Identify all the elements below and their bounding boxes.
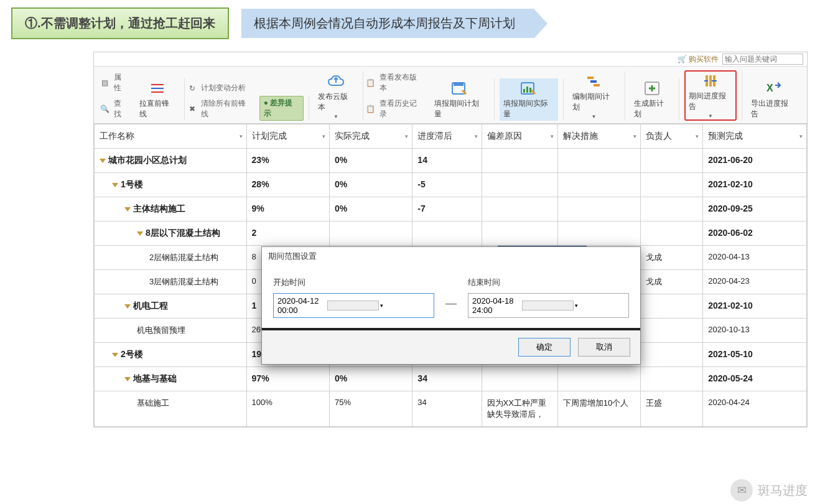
end-time-input[interactable]: 2020-04-18 24:00 ▾ bbox=[468, 293, 629, 318]
plan-change-analysis-button[interactable]: ↻计划变动分析 bbox=[187, 82, 252, 95]
table-row[interactable]: 1号楼28%0%-52021-02-10 bbox=[95, 173, 807, 197]
clear-frontlines-button[interactable]: ✖清除所有前锋线 bbox=[187, 97, 252, 121]
cell-delay: -5 bbox=[412, 173, 482, 197]
app-window: 🛒 购买软件 ▤属性 🔍查找 拉直前锋线 ↻计划变动分析 ✖清除所有前锋线 ● … bbox=[93, 52, 808, 427]
cell-actual bbox=[329, 222, 412, 246]
cell-owner bbox=[641, 294, 703, 319]
diff-hint-button[interactable]: ● 差异提示 bbox=[259, 96, 304, 121]
dialog-title: 期间范围设置 bbox=[262, 247, 640, 266]
find-button[interactable]: 🔍查找 bbox=[100, 97, 128, 121]
expand-icon[interactable] bbox=[112, 353, 118, 357]
col-owner[interactable]: 负责人▾ bbox=[641, 124, 703, 149]
cell-delay: 34 bbox=[412, 367, 482, 391]
publish-cloud-button[interactable]: 发布云版本▼ bbox=[314, 72, 358, 121]
expand-icon[interactable] bbox=[100, 159, 106, 163]
table-row[interactable]: 地基与基础97%0%342020-05-24 bbox=[95, 367, 807, 391]
fill-period-actual-button[interactable]: 填报期间实际量 bbox=[500, 78, 558, 121]
expand-icon[interactable] bbox=[137, 231, 143, 236]
page-icon: ▤ bbox=[100, 78, 110, 88]
task-name: 城市花园小区总计划 bbox=[108, 155, 187, 165]
cell-forecast: 2021-02-10 bbox=[703, 173, 807, 197]
cell-owner bbox=[641, 343, 703, 367]
generate-new-plan-button[interactable]: 生成新计划 bbox=[630, 78, 674, 121]
svg-rect-11 bbox=[594, 84, 600, 86]
cell-owner: 王盛 bbox=[641, 391, 703, 427]
task-name: 2层钢筋混凝土结构 bbox=[149, 253, 218, 262]
cell-forecast: 2020-10-13 bbox=[703, 319, 807, 343]
ok-button[interactable]: 确定 bbox=[518, 338, 571, 357]
buy-software-link[interactable]: 🛒 购买软件 bbox=[678, 54, 719, 65]
make-period-plan-button[interactable]: 编制期间计划▼ bbox=[569, 72, 620, 121]
svg-rect-8 bbox=[529, 88, 531, 93]
task-name: 3层钢筋混凝土结构 bbox=[149, 277, 218, 286]
cell-delay bbox=[412, 222, 482, 246]
expand-icon[interactable] bbox=[124, 304, 131, 309]
svg-rect-1 bbox=[151, 88, 164, 89]
col-actual[interactable]: 实际完成▾ bbox=[329, 124, 412, 149]
cell-owner bbox=[641, 319, 703, 343]
view-publish-version-button[interactable]: 📋查看发布版本 bbox=[366, 71, 423, 95]
search-input[interactable] bbox=[722, 54, 803, 65]
table-row[interactable]: 城市花园小区总计划23%0%142021-06-20 bbox=[95, 149, 807, 173]
col-forecast[interactable]: 预测完成▾ bbox=[703, 124, 807, 149]
cell-reason bbox=[482, 149, 557, 173]
table-row[interactable]: 8层以下混凝土结构22020-06-02 bbox=[95, 222, 807, 246]
expand-icon[interactable] bbox=[124, 207, 131, 212]
start-time-input[interactable]: 2020-04-12 00:00 ▾ bbox=[273, 293, 434, 318]
cell-forecast: 2021-02-10 bbox=[703, 294, 807, 319]
task-name: 地基与基础 bbox=[133, 373, 177, 383]
svg-rect-10 bbox=[590, 80, 597, 83]
cell-forecast: 2020-04-24 bbox=[703, 391, 807, 427]
search-icon: 🔍 bbox=[100, 104, 110, 114]
calendar-icon[interactable] bbox=[327, 301, 378, 310]
task-name: 基础施工 bbox=[137, 398, 169, 408]
col-plan[interactable]: 计划完成▾ bbox=[246, 124, 329, 149]
col-reason[interactable]: 偏差原因▾ bbox=[482, 124, 557, 149]
view-history-button[interactable]: 📋查看历史记录 bbox=[366, 97, 423, 121]
cell-forecast: 2020-04-23 bbox=[703, 270, 807, 294]
banner-blue: 根据本周例会情况自动形成本周报告及下周计划 bbox=[241, 9, 534, 38]
cancel-button[interactable]: 取消 bbox=[578, 338, 630, 357]
banner-green: ①.不需调整计划，通过抢工赶回来 bbox=[11, 7, 229, 39]
cell-actual: 0% bbox=[329, 197, 412, 222]
table-row[interactable]: 主体结构施工9%0%-72020-09-25 bbox=[95, 197, 807, 222]
cell-owner bbox=[641, 222, 703, 246]
ribbon-group-export: X 导出进度报告 bbox=[742, 78, 803, 121]
cell-sol bbox=[557, 173, 640, 197]
task-name: 2号楼 bbox=[121, 349, 143, 359]
properties-button[interactable]: ▤属性 bbox=[100, 71, 128, 95]
ribbon: ▤属性 🔍查找 拉直前锋线 ↻计划变动分析 ✖清除所有前锋线 ● 差异提示 发布… bbox=[94, 67, 807, 124]
line-icon bbox=[149, 80, 166, 97]
refresh-icon: ↻ bbox=[187, 83, 197, 93]
cell-reason bbox=[482, 367, 557, 391]
svg-rect-4 bbox=[454, 83, 464, 86]
ribbon-group-fill-actual: 填报期间实际量 bbox=[495, 78, 564, 121]
cell-actual: 0% bbox=[329, 173, 412, 197]
wechat-icon: ✉ bbox=[730, 479, 753, 502]
ribbon-group-fill-plan: 填报期间计划量 bbox=[426, 78, 495, 121]
cell-reason bbox=[482, 222, 557, 246]
expand-icon[interactable] bbox=[124, 377, 131, 381]
task-name: 机电工程 bbox=[133, 301, 168, 310]
period-progress-report-button[interactable]: 期间进度报告▼ bbox=[684, 70, 737, 121]
bars-icon bbox=[585, 73, 603, 90]
col-name[interactable]: 工作名称▾ bbox=[95, 124, 247, 149]
calendar-icon[interactable] bbox=[522, 301, 573, 310]
start-time-label: 开始时间 bbox=[273, 277, 434, 288]
end-time-label: 结束时间 bbox=[468, 277, 629, 288]
svg-rect-9 bbox=[587, 77, 594, 79]
task-name: 机电预留预埋 bbox=[137, 325, 185, 335]
cal-check-icon: 📋 bbox=[366, 78, 376, 88]
table-row[interactable]: 基础施工100%75%34因为XX工种严重缺失导致滞后，下周需增加10个人王盛2… bbox=[95, 391, 807, 427]
col-solution[interactable]: 解决措施▾ bbox=[557, 124, 640, 149]
svg-rect-7 bbox=[526, 86, 528, 93]
expand-icon[interactable] bbox=[112, 183, 118, 187]
cell-plan: 23% bbox=[246, 149, 329, 173]
task-name: 1号楼 bbox=[121, 179, 143, 189]
svg-rect-0 bbox=[151, 84, 164, 85]
cell-reason bbox=[482, 173, 557, 197]
straighten-frontline-button[interactable]: 拉直前锋线 bbox=[136, 78, 179, 121]
fill-period-plan-button[interactable]: 填报期间计划量 bbox=[431, 78, 489, 121]
col-delay[interactable]: 进度滞后▾ bbox=[412, 124, 482, 149]
export-progress-report-button[interactable]: X 导出进度报告 bbox=[747, 78, 798, 121]
